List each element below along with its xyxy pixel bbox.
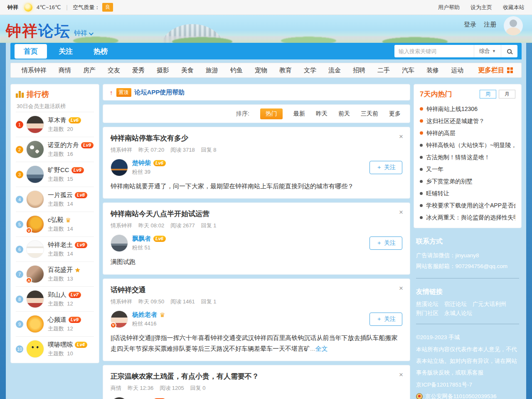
friend-link[interactable]: 慈溪论坛 xyxy=(416,300,438,308)
ranking-row[interactable]: 1 草木青Lv6 主题数 20 xyxy=(16,112,94,137)
hot-topic-item[interactable]: 学校要求下载使用的这个APP是否合理 xyxy=(420,200,515,212)
post-content[interactable]: 满图试跑 xyxy=(111,256,402,267)
friend-link[interactable]: 永城人论坛 xyxy=(444,310,473,317)
avatar[interactable] xyxy=(26,240,44,258)
hot-tab-week[interactable]: 周 xyxy=(480,90,496,99)
category-item[interactable]: 情系钟祥 xyxy=(22,66,47,74)
member-name[interactable]: 百花盛开 xyxy=(48,266,73,274)
category-item[interactable]: 美食 xyxy=(181,66,194,74)
close-icon[interactable]: × xyxy=(399,209,403,216)
member-name[interactable]: 郢山人 xyxy=(48,291,66,299)
post-title[interactable]: 钟祥南站今天八点半开始试运营 xyxy=(111,209,402,219)
category-item[interactable]: 钓鱼 xyxy=(230,66,243,74)
member-name[interactable]: 诺亚的方舟 xyxy=(48,141,79,149)
hot-topic-item[interactable]: 这归社区还是城建管？ xyxy=(420,115,515,127)
ranking-row[interactable]: 3 旷野CCLv9 主题数 15 xyxy=(16,162,94,187)
user-help-link[interactable]: 用户帮助 xyxy=(438,4,460,11)
post-content[interactable]: 钟祥南站就要开通了，问一下大家，最期望在钟祥南站上车后能直接到达的城市有哪些？ xyxy=(111,181,402,192)
member-name[interactable]: 旷野CC xyxy=(48,166,69,174)
ranking-row[interactable]: 7 A 百花盛开★ 主题数 13 xyxy=(16,261,94,286)
bookmark-site-link[interactable]: 收藏本站 xyxy=(503,4,525,11)
member-name[interactable]: 草木青 xyxy=(48,116,66,124)
ranking-row[interactable]: 4 一片孤云Lv8 主题数 14 xyxy=(16,187,94,212)
avatar[interactable] xyxy=(26,290,44,308)
site-logo[interactable]: 钟祥论坛 xyxy=(6,23,71,39)
category-item[interactable]: 商情 xyxy=(59,66,71,74)
avatar[interactable] xyxy=(26,340,44,358)
friend-link[interactable]: 荆门社区 xyxy=(416,310,438,317)
follow-button[interactable]: ＋关注 xyxy=(369,236,402,250)
close-icon[interactable]: × xyxy=(399,371,403,378)
member-name[interactable]: 钟祥老土 xyxy=(48,241,73,249)
user-avatar[interactable] xyxy=(504,16,523,35)
post-board[interactable]: 情系钟祥 xyxy=(111,298,132,305)
close-icon[interactable]: × xyxy=(399,133,403,140)
search-filter-dropdown[interactable]: 综合 ▼ xyxy=(474,45,501,57)
author-name[interactable]: 杨姓老者 xyxy=(132,311,157,319)
post-content[interactable]: ||话说钟祥交通||弹指一挥六十年喜看钟祥交通变武汉钟祥四百里高铁钩沉话从前当年… xyxy=(111,332,402,355)
hot-topic-item[interactable]: 旺铺转让 xyxy=(420,187,515,200)
sticky-post-title[interactable]: 论坛APP使用帮助 xyxy=(135,89,185,96)
category-item[interactable]: 旅游 xyxy=(206,66,218,74)
avatar[interactable] xyxy=(111,234,128,252)
icp-number[interactable]: 京ICP备12017851号-7 xyxy=(416,379,519,391)
ranking-row[interactable]: 10 噗哧嘿嗦Lv4 主题数 10 xyxy=(16,336,94,361)
category-item[interactable]: 装修 xyxy=(426,66,439,74)
member-name[interactable]: 心频道 xyxy=(48,316,66,324)
avatar[interactable] xyxy=(26,190,44,208)
sort-option-threedays[interactable]: 三天前 xyxy=(361,110,378,118)
search-input[interactable] xyxy=(394,48,474,54)
sort-option-newest[interactable]: 最新 xyxy=(293,110,305,118)
category-item[interactable]: 运动 xyxy=(451,66,463,74)
hot-topic-item[interactable]: 乡下赏堂弟的别墅 xyxy=(420,175,515,187)
category-item[interactable]: 二手 xyxy=(377,66,390,74)
follow-button[interactable]: ＋关注 xyxy=(369,161,402,174)
close-icon[interactable]: × xyxy=(399,285,403,292)
category-item[interactable]: 交友 xyxy=(108,66,120,74)
police-record-number[interactable]: 京公安网备11010502039536 xyxy=(425,391,497,399)
avatar[interactable] xyxy=(26,140,44,158)
category-item[interactable]: 招聘 xyxy=(353,66,365,74)
member-name[interactable]: 噗哧嘿嗦 xyxy=(48,341,73,349)
sort-option-hot[interactable]: 热门 xyxy=(260,108,283,119)
hot-topic-item[interactable]: 钟祥南站上线12306 xyxy=(420,103,515,115)
hot-topic-item[interactable]: 钟祥的高层 xyxy=(420,127,515,139)
sort-option-yesterday[interactable]: 昨天 xyxy=(316,110,328,118)
author-name[interactable]: 飘飘者 xyxy=(132,235,151,243)
avatar[interactable] xyxy=(26,315,44,333)
ranking-row[interactable]: 5 V c弘毅♛ 主题数 14 xyxy=(16,212,94,236)
avatar[interactable]: A xyxy=(26,265,44,283)
post-board[interactable]: 商情 xyxy=(111,384,121,392)
friend-link[interactable]: 广元大话利州 xyxy=(473,300,506,308)
avatar[interactable] xyxy=(111,397,128,399)
tab-follow[interactable]: 关注 xyxy=(49,44,82,59)
sort-option-daybefore[interactable]: 前天 xyxy=(338,110,350,118)
ranking-row[interactable]: 8 郢山人Lv7 主题数 12 xyxy=(16,286,94,311)
category-item[interactable]: 汽车 xyxy=(402,66,414,74)
post-title[interactable]: 钟祥南站停靠车次有多少 xyxy=(111,133,402,143)
ranking-row[interactable]: 9 心频道Lv9 主题数 12 xyxy=(16,311,94,336)
hot-topic-item[interactable]: 冰火两重天：舆论监督的选择性失明... xyxy=(420,212,515,224)
hot-tab-month[interactable]: 月 xyxy=(499,90,515,99)
follow-button[interactable]: ＋关注 xyxy=(369,313,402,326)
more-categories-button[interactable]: 更多栏目 xyxy=(478,66,518,75)
register-link[interactable]: 注册 xyxy=(484,21,496,29)
ranking-row[interactable]: 2 诺亚的方舟Lv9 主题数 16 xyxy=(16,137,94,162)
category-item[interactable]: 教育 xyxy=(279,66,292,74)
post-board[interactable]: 情系钟祥 xyxy=(111,222,132,229)
avatar[interactable]: V xyxy=(111,310,128,328)
hot-topic-item[interactable]: 钟祥高铁站（大站快车）~明显陵，... xyxy=(420,139,515,151)
tab-hot[interactable]: 热榜 xyxy=(84,44,117,59)
login-link[interactable]: 登录 xyxy=(464,21,476,29)
ranking-row[interactable]: 6 钟祥老土Lv9 主题数 14 xyxy=(16,236,94,261)
tab-home[interactable]: 首页 xyxy=(15,44,47,59)
category-item[interactable]: 流金 xyxy=(328,66,341,74)
category-item[interactable]: 房产 xyxy=(83,66,96,74)
author-name[interactable]: 楚钟柴 xyxy=(132,159,151,167)
member-name[interactable]: c弘毅 xyxy=(48,216,64,224)
sticky-post[interactable]: ↑ 置顶 论坛APP使用帮助 xyxy=(103,84,410,101)
post-title[interactable]: 话钟祥交通 xyxy=(111,285,402,295)
post-title[interactable]: 正宗温峡农家土鸡蛋，有点小贵，有人需要不？ xyxy=(111,372,402,381)
friend-link[interactable]: 宿迁论坛 xyxy=(444,300,467,308)
search-button[interactable] xyxy=(501,45,517,57)
